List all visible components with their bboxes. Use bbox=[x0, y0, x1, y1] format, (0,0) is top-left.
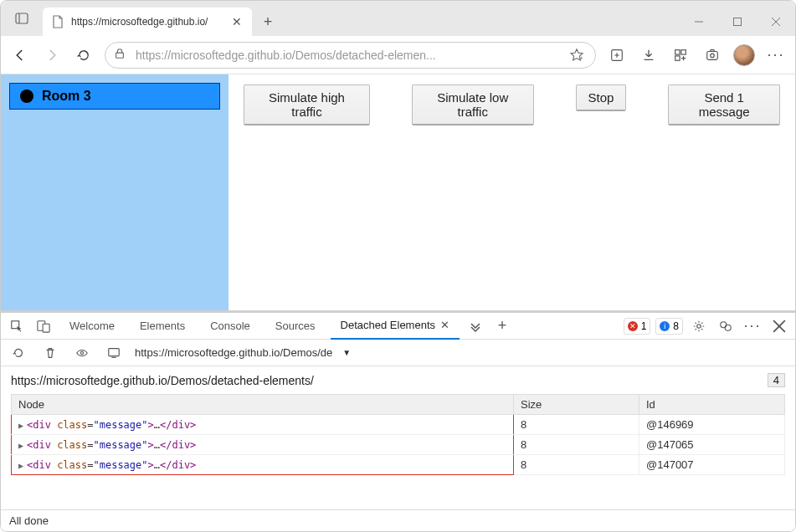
main-area: Simulate high traffic Simulate low traff… bbox=[229, 74, 795, 310]
info-badge[interactable]: i8 bbox=[655, 318, 683, 335]
browser-toolbar: https://microsoftedge.github.io/Demos/de… bbox=[1, 36, 795, 74]
cell-id: @146969 bbox=[639, 415, 785, 435]
profile-avatar[interactable] bbox=[733, 44, 755, 66]
back-button[interactable] bbox=[9, 44, 31, 66]
tab-title: https://microsoftedge.github.io/ bbox=[71, 16, 223, 28]
stop-button[interactable]: Stop bbox=[576, 84, 627, 111]
detached-table: Node Size Id ▶<div class="message">…</di… bbox=[11, 394, 785, 475]
svg-rect-14 bbox=[707, 51, 718, 59]
cell-size: 8 bbox=[514, 415, 639, 435]
close-devtools-icon[interactable] bbox=[768, 315, 790, 337]
cell-id: @147065 bbox=[639, 435, 785, 455]
more-menu-icon[interactable]: ··· bbox=[765, 44, 787, 66]
refresh-detached-icon[interactable] bbox=[8, 342, 29, 364]
svg-rect-12 bbox=[681, 49, 686, 54]
rooms-sidebar: Room 3 bbox=[1, 74, 229, 310]
send-message-button[interactable]: Send 1 message bbox=[668, 84, 780, 125]
col-id[interactable]: Id bbox=[639, 395, 785, 415]
new-tab-button[interactable]: + bbox=[255, 9, 280, 34]
page-content: Room 3 Simulate high traffic Simulate lo… bbox=[1, 74, 795, 310]
room-label: Room 3 bbox=[42, 89, 91, 104]
dropdown-icon[interactable]: ▼ bbox=[342, 348, 351, 357]
table-row[interactable]: ▶<div class="message">…</div>8@146969 bbox=[12, 415, 785, 435]
more-tabs-icon[interactable] bbox=[465, 315, 486, 337]
simulate-low-button[interactable]: Simulate low traffic bbox=[412, 84, 534, 125]
svg-point-15 bbox=[711, 54, 715, 57]
errors-badge[interactable]: ✕1 bbox=[624, 318, 651, 335]
screen-icon[interactable] bbox=[103, 342, 125, 364]
svg-rect-13 bbox=[675, 55, 680, 59]
cell-node[interactable]: ▶<div class="message">…</div> bbox=[12, 415, 514, 435]
svg-point-21 bbox=[725, 325, 731, 330]
svg-rect-3 bbox=[734, 18, 742, 26]
tab-console[interactable]: Console bbox=[200, 313, 260, 340]
favorite-icon[interactable]: + bbox=[567, 48, 587, 63]
add-tab-icon[interactable]: + bbox=[491, 315, 513, 337]
tab-elements[interactable]: Elements bbox=[130, 313, 195, 340]
tab-detached-elements[interactable]: Detached Elements ✕ bbox=[331, 313, 460, 340]
url-text: https://microsoftedge.github.io/Demos/de… bbox=[136, 49, 558, 62]
browser-tab[interactable]: https://microsoftedge.github.io/ ✕ bbox=[43, 8, 252, 36]
file-icon bbox=[51, 15, 64, 28]
delete-icon[interactable] bbox=[39, 342, 61, 364]
minimize-button[interactable] bbox=[680, 8, 718, 36]
svg-point-24 bbox=[80, 351, 83, 354]
feedback-icon[interactable] bbox=[715, 315, 737, 337]
window-titlebar: https://microsoftedge.github.io/ ✕ + bbox=[1, 1, 795, 36]
maximize-button[interactable] bbox=[718, 8, 757, 36]
cell-node[interactable]: ▶<div class="message">…</div> bbox=[12, 435, 514, 455]
svg-rect-18 bbox=[43, 324, 49, 332]
svg-rect-11 bbox=[675, 49, 680, 54]
presence-dot-icon bbox=[20, 90, 33, 103]
count-badge: 4 bbox=[768, 373, 785, 387]
cell-node[interactable]: ▶<div class="message">…</div> bbox=[12, 455, 514, 475]
tab-label: Detached Elements bbox=[341, 319, 435, 331]
svg-text:+: + bbox=[580, 54, 583, 62]
panel-url: https://microsoftedge.github.io/Demos/de… bbox=[11, 374, 768, 387]
status-text: All done bbox=[9, 514, 49, 527]
devtools-menu-icon[interactable]: ··· bbox=[742, 315, 763, 337]
svg-rect-0 bbox=[16, 13, 28, 23]
col-node[interactable]: Node bbox=[12, 395, 514, 415]
toolbar-url[interactable]: https://microsoftedge.github.io/Demos/de bbox=[135, 346, 332, 359]
svg-rect-6 bbox=[116, 53, 124, 58]
tab-sources[interactable]: Sources bbox=[265, 313, 326, 340]
devtools-toolbar: https://microsoftedge.github.io/Demos/de… bbox=[1, 340, 795, 366]
tab-actions-icon[interactable] bbox=[1, 1, 43, 36]
table-row[interactable]: ▶<div class="message">…</div>8@147007 bbox=[12, 455, 785, 475]
simulate-high-button[interactable]: Simulate high traffic bbox=[244, 84, 370, 125]
cell-size: 8 bbox=[514, 455, 639, 475]
detached-panel: https://microsoftedge.github.io/Demos/de… bbox=[1, 366, 795, 509]
close-window-button[interactable] bbox=[757, 8, 795, 36]
room-item[interactable]: Room 3 bbox=[9, 83, 220, 110]
collections-icon[interactable] bbox=[606, 44, 628, 66]
devtools-statusbar: All done bbox=[1, 509, 795, 531]
lock-icon bbox=[114, 48, 127, 62]
eye-icon[interactable] bbox=[71, 342, 93, 364]
web-capture-icon[interactable] bbox=[701, 44, 723, 66]
cell-size: 8 bbox=[514, 435, 639, 455]
close-tab-icon[interactable]: ✕ bbox=[440, 319, 449, 331]
table-row[interactable]: ▶<div class="message">…</div>8@147065 bbox=[12, 435, 785, 455]
cell-id: @147007 bbox=[639, 455, 785, 475]
device-toggle-icon[interactable] bbox=[33, 315, 54, 337]
close-tab-icon[interactable]: ✕ bbox=[230, 15, 244, 28]
devtools-panel: Welcome Elements Console Sources Detache… bbox=[1, 310, 795, 531]
col-size[interactable]: Size bbox=[514, 395, 639, 415]
devtools-tabbar: Welcome Elements Console Sources Detache… bbox=[1, 313, 795, 340]
forward-button[interactable] bbox=[41, 44, 63, 66]
address-bar[interactable]: https://microsoftedge.github.io/Demos/de… bbox=[105, 42, 596, 69]
svg-rect-25 bbox=[109, 348, 119, 356]
tab-welcome[interactable]: Welcome bbox=[59, 313, 125, 340]
extensions-icon[interactable] bbox=[670, 44, 691, 66]
downloads-icon[interactable] bbox=[638, 44, 660, 66]
settings-icon[interactable] bbox=[688, 315, 710, 337]
svg-point-19 bbox=[697, 324, 701, 327]
inspect-icon[interactable] bbox=[6, 315, 28, 337]
refresh-button[interactable] bbox=[73, 44, 95, 66]
